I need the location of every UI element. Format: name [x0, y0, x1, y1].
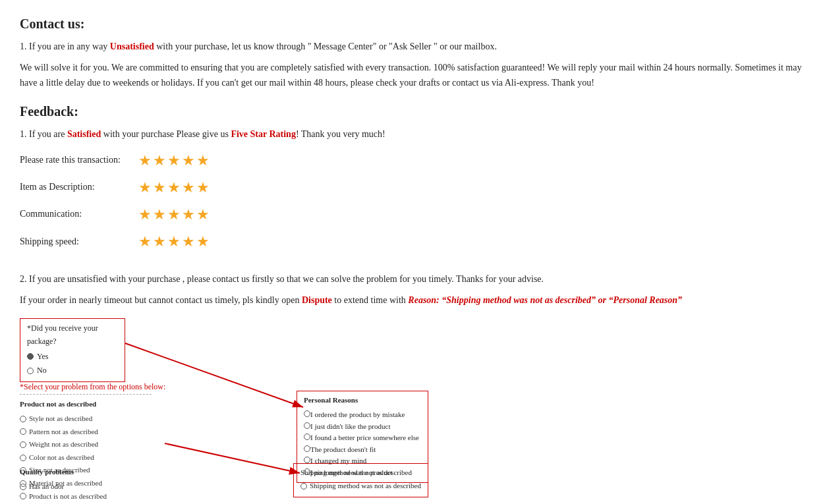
feedback-mid: with your purchase Please give us	[101, 129, 231, 139]
yes-option[interactable]: Yes	[27, 350, 118, 363]
opt-pattern-radio[interactable]	[20, 428, 26, 435]
yes-label: Yes	[37, 350, 48, 363]
feedback-post: ! Thank you very much!	[296, 129, 385, 139]
opt-doesnt-fit[interactable]: The product doesn't fit	[304, 444, 421, 456]
stars-communication[interactable]: ★★★★★	[138, 203, 211, 226]
dispute-pre: If your order in nearly timeout but cann…	[20, 295, 302, 305]
opt-odor[interactable]: Has an odor	[20, 481, 152, 493]
opt-style-label: Style not as described	[29, 413, 92, 425]
opt-weight[interactable]: Weight not as described	[20, 439, 152, 451]
dispute-line: If your order in nearly timeout but cann…	[20, 293, 807, 308]
stars-transaction[interactable]: ★★★★★	[138, 149, 211, 172]
opt-odor-radio[interactable]	[20, 484, 26, 490]
rating-row-transaction: Please rate this transaction: ★★★★★	[20, 149, 807, 172]
shipping-method-box: Shipping method was not as described Shi…	[293, 463, 428, 497]
opt-didnt-like[interactable]: I just didn't like the product	[304, 421, 421, 433]
opt-mistake-label: I ordered the product by mistake	[310, 410, 405, 418]
contact-line1-pre: 1. If you are in any way	[20, 42, 110, 51]
opt-didnt-like-radio[interactable]	[304, 422, 310, 429]
contact-section: Contact us: 1. If you are in any way Uns…	[20, 13, 807, 90]
feedback-line1: 1. If you are Satisfied with your purcha…	[20, 127, 807, 142]
opt-color-radio[interactable]	[20, 455, 26, 461]
opt-doesnt-fit-radio[interactable]	[304, 445, 310, 452]
did-receive-box: *Did you receive your package? Yes No	[20, 318, 125, 382]
rating-row-description: Item as Description: ★★★★★	[20, 176, 807, 199]
opt-shipping-label: Shipping method was not as described	[310, 480, 421, 492]
contact-line1-post: with your purchase, let us know through …	[154, 42, 497, 51]
opt-doesnt-fit-label: The product doesn't fit	[310, 445, 376, 453]
rating-label-shipping: Shipping speed:	[20, 235, 138, 249]
opt-shipping-radio[interactable]	[300, 483, 307, 490]
opt-style-radio[interactable]	[20, 416, 26, 422]
opt-mistake-radio[interactable]	[304, 410, 310, 417]
opt-mistake[interactable]: I ordered the product by mistake	[304, 409, 421, 421]
no-label: No	[37, 364, 47, 377]
quality-box: Quality problems Has an odor	[20, 466, 152, 493]
no-option[interactable]: No	[27, 364, 118, 377]
opt-better-price-label: I found a better price somewhere else	[310, 434, 419, 441]
stars-description[interactable]: ★★★★★	[138, 176, 211, 199]
did-receive-title: *Did you receive your package?	[27, 322, 118, 347]
opt-better-price-radio[interactable]	[304, 434, 310, 440]
opt-product-radio[interactable]	[20, 493, 26, 499]
select-problem-label: *Select your problem from the options be…	[20, 381, 165, 393]
shipping-method-title: Shipping method was not as described	[300, 467, 421, 479]
satisfied-text: Satisfied	[67, 129, 101, 139]
stars-shipping[interactable]: ★★★★★	[138, 230, 211, 253]
opt-didnt-like-label: I just didn't like the product	[310, 422, 390, 430]
opt-shipping[interactable]: Shipping method was not as described	[300, 480, 421, 492]
opt-color-label: Color not as described	[29, 452, 94, 464]
no-radio[interactable]	[27, 368, 34, 374]
yes-radio[interactable]	[27, 353, 34, 360]
opt-color[interactable]: Color not as described	[20, 452, 152, 464]
quality-title: Quality problems	[20, 466, 152, 478]
diagram-area: *Did you receive your package? Yes No *S…	[20, 318, 481, 504]
rating-label-description: Item as Description:	[20, 180, 138, 194]
feedback-section: Feedback: 1. If you are Satisfied with y…	[20, 101, 807, 308]
contact-line2: We will solve it for you. We are committ…	[20, 61, 807, 90]
svg-line-2	[165, 443, 300, 473]
dispute-reason: Reason: “Shipping method was not as desc…	[408, 295, 682, 305]
opt-style[interactable]: Style not as described	[20, 413, 152, 425]
feedback-line2: 2. If you are unsatisfied with your purc…	[20, 272, 807, 287]
five-star-text: Five Star Rating	[231, 129, 296, 139]
unsatisfied-text: Unsatisfied	[110, 42, 154, 51]
contact-heading: Contact us:	[20, 13, 807, 34]
rating-row-shipping: Shipping speed: ★★★★★	[20, 230, 807, 253]
rating-label-transaction: Please rate this transaction:	[20, 153, 138, 167]
rating-label-communication: Communication:	[20, 207, 138, 221]
opt-better-price[interactable]: I found a better price somewhere else	[304, 432, 421, 444]
opt-pattern-label: Pattern not as described	[29, 426, 98, 438]
contact-line1: 1. If you are in any way Unsatisfied wit…	[20, 40, 807, 54]
opt-weight-radio[interactable]	[20, 441, 26, 448]
product-not-desc-title: Product not as described	[20, 399, 152, 410]
opt-odor-label: Has an odor	[29, 481, 64, 493]
svg-line-1	[125, 343, 303, 407]
opt-changed-mind-radio[interactable]	[304, 457, 310, 463]
dispute-word: Dispute	[302, 295, 332, 305]
feedback-heading: Feedback:	[20, 101, 807, 122]
opt-weight-label: Weight not as described	[29, 439, 98, 451]
feedback-pre: 1. If you are	[20, 129, 67, 139]
opt-pattern[interactable]: Pattern not as described	[20, 426, 152, 438]
personal-reasons-title: Personal Reasons	[304, 395, 421, 406]
rating-row-communication: Communication: ★★★★★	[20, 203, 807, 226]
dispute-mid: to extend time with	[332, 295, 408, 305]
